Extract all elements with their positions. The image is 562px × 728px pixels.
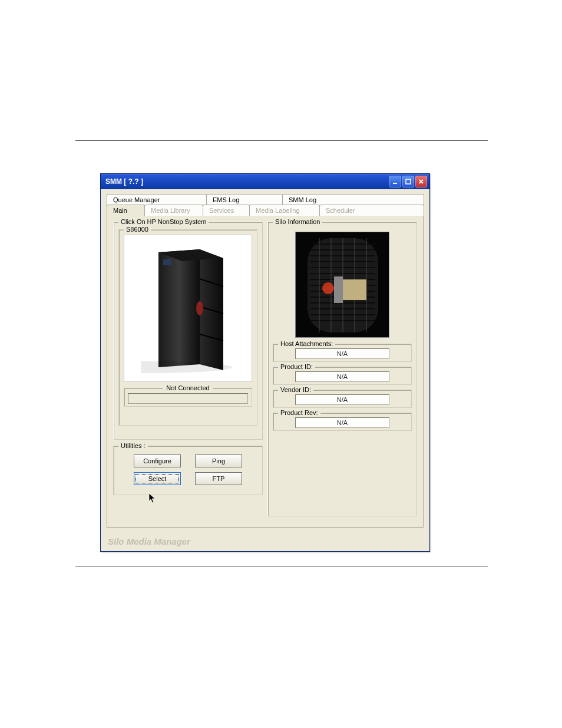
tab-services[interactable]: Services (203, 205, 250, 216)
connection-status-group: Not Connected (124, 388, 252, 407)
tab-row-back: Queue Manager EMS Log SMM Log (107, 194, 424, 205)
product-id-label: Product ID: (278, 363, 315, 370)
svg-rect-33 (334, 276, 343, 303)
tab-ems-log[interactable]: EMS Log (206, 194, 283, 205)
tab-main[interactable]: Main (107, 205, 145, 216)
vendor-id-group: Vendor ID: N/A (273, 390, 412, 408)
server-icon (141, 241, 235, 376)
right-column: Silo Information (267, 222, 417, 521)
host-attachments-value: N/A (295, 348, 389, 359)
status-legend: Not Connected (163, 384, 213, 391)
hp-group-legend: Click On HP NonStop System (118, 218, 209, 225)
mouse-cursor-icon (148, 493, 157, 503)
product-id-value: N/A (295, 371, 389, 382)
utilities-group: Utilities : Configure Ping Select FTP (113, 446, 263, 495)
svg-point-34 (322, 282, 334, 294)
close-button[interactable] (415, 176, 427, 187)
minimize-button[interactable] (389, 176, 401, 187)
configure-button[interactable]: Configure (134, 454, 181, 467)
ftp-button[interactable]: FTP (195, 472, 242, 485)
svg-rect-5 (163, 259, 171, 265)
silo-image (295, 232, 389, 338)
svg-point-9 (196, 301, 203, 315)
hp-nonstop-group: Click On HP NonStop System S86000 (113, 222, 263, 440)
product-rev-value: N/A (295, 417, 389, 428)
ping-button[interactable]: Ping (195, 454, 242, 467)
silo-info-group: Silo Information (267, 222, 417, 516)
vendor-id-label: Vendor ID: (278, 386, 313, 393)
system-group: S86000 (118, 229, 257, 426)
tab-scheduler[interactable]: Scheduler (319, 205, 424, 216)
silo-legend: Silo Information (273, 218, 322, 225)
system-label: S86000 (124, 226, 151, 233)
tab-row-front: Main Media Library Services Media Labeli… (107, 205, 424, 216)
window-title: SMM [ ?.? ] (105, 177, 389, 186)
product-rev-label: Product Rev: (278, 409, 320, 416)
horizontal-rule (75, 140, 488, 141)
svg-marker-2 (158, 249, 200, 367)
maximize-button[interactable] (402, 176, 414, 187)
product-id-group: Product ID: N/A (273, 367, 412, 385)
svg-rect-0 (393, 183, 397, 184)
vendor-id-value: N/A (295, 394, 389, 405)
footer-text: Silo Media Manager (108, 536, 190, 546)
product-rev-group: Product Rev: N/A (273, 413, 412, 431)
left-column: Click On HP NonStop System S86000 (113, 222, 263, 521)
window-controls (389, 176, 427, 187)
client-area: Queue Manager EMS Log SMM Log Main Media… (101, 189, 429, 531)
host-attachments-label: Host Attachments: (278, 340, 335, 347)
utilities-legend: Utilities : (118, 442, 148, 449)
main-panel: Click On HP NonStop System S86000 (107, 215, 424, 528)
status-field (128, 393, 248, 404)
tab-media-labeling[interactable]: Media Labeling (249, 205, 320, 216)
svg-rect-1 (406, 179, 411, 184)
tab-queue-manager[interactable]: Queue Manager (107, 194, 207, 205)
tab-media-library[interactable]: Media Library (144, 205, 203, 216)
server-image[interactable] (124, 235, 252, 382)
host-attachments-group: Host Attachments: N/A (273, 344, 412, 362)
titlebar: SMM [ ?.? ] (101, 174, 429, 189)
horizontal-rule (75, 566, 488, 566)
tab-smm-log[interactable]: SMM Log (282, 194, 424, 205)
select-button[interactable]: Select (134, 472, 181, 485)
